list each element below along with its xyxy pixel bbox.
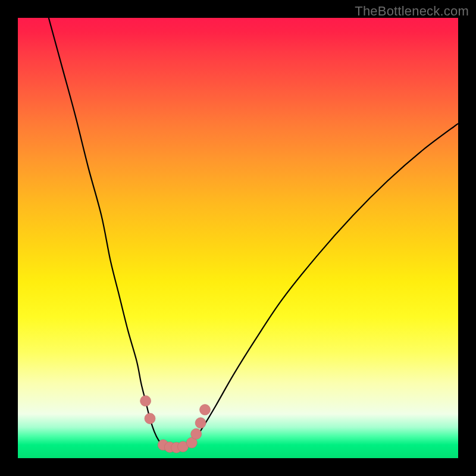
marker-dot (145, 413, 155, 424)
marker-dot (140, 396, 151, 406)
marker-dot (200, 405, 211, 415)
chart-svg (18, 18, 458, 458)
curve-left-branch (49, 18, 163, 445)
marker-dot (195, 418, 206, 428)
curve-right-branch (190, 124, 458, 445)
plot-area (18, 18, 458, 458)
markers-group (140, 396, 211, 453)
outer-frame: TheBottleneck.com (0, 0, 476, 476)
marker-dot (191, 428, 202, 439)
watermark-text: TheBottleneck.com (355, 4, 469, 19)
